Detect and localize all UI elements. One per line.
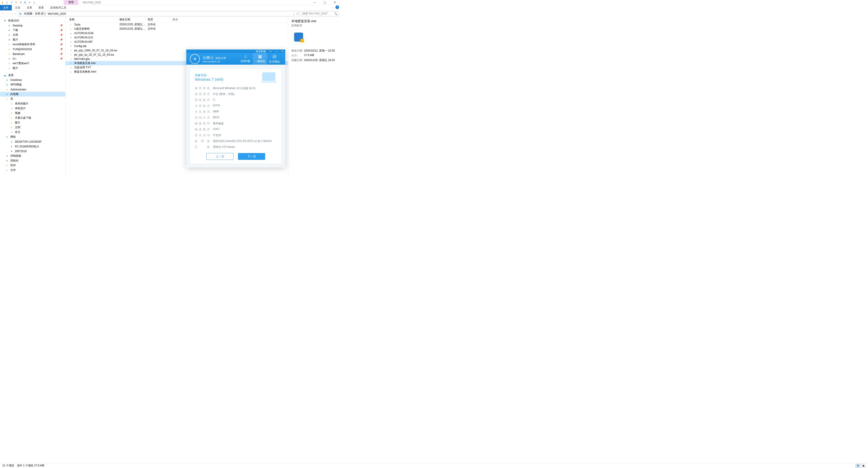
refresh-icon[interactable]: ↻ bbox=[297, 12, 299, 15]
nav-item[interactable]: ▸excel表格制作求和📌 bbox=[0, 42, 65, 47]
breadcrumb-seg[interactable]: Win7x64_2020 bbox=[48, 12, 66, 15]
nav-item[interactable]: ▸文档📌 bbox=[0, 33, 65, 37]
file-type: 文件夹 bbox=[146, 23, 170, 27]
col-header-name[interactable]: 名称 bbox=[66, 18, 118, 22]
file-row[interactable]: ▪Tools2020/12/25, 星期五 1...文件夹 bbox=[66, 22, 288, 27]
nav-item[interactable]: ▸库 bbox=[0, 97, 65, 101]
next-button[interactable]: 下一步 bbox=[238, 153, 265, 160]
nav-item[interactable]: ▸图片 bbox=[0, 120, 65, 125]
nav-item-label: excel表格制作求和 bbox=[13, 42, 35, 46]
nav-item[interactable]: ▸PC-20190530OBLA bbox=[0, 144, 65, 149]
info-label: 分区形式 bbox=[195, 110, 210, 114]
dialog-menu-icon[interactable]: ≡ bbox=[268, 50, 274, 53]
breadcrumb[interactable]: 🖥 › 此电脑 › 文档 (E:) › Win7x64_2020 ⌄ ↻ bbox=[18, 11, 300, 16]
nav-item[interactable]: ▸本机照片 bbox=[0, 106, 65, 111]
dialog-minimize-icon[interactable]: — bbox=[274, 50, 279, 53]
prepare-label: 准备安装: bbox=[195, 73, 223, 77]
nav-item[interactable]: ▸文档 bbox=[0, 125, 65, 130]
tab-label: 启动U盘 bbox=[241, 59, 251, 63]
ribbon-tab-apptools[interactable]: 应用程序工具 bbox=[47, 5, 70, 10]
nav-item[interactable]: ▸文件 bbox=[0, 168, 65, 173]
chevron-right-icon[interactable]: › bbox=[46, 13, 47, 15]
nav-item[interactable]: ▸WPS网盘 bbox=[0, 82, 65, 87]
chevron-right-icon[interactable]: › bbox=[23, 13, 23, 15]
folder2-icon[interactable]: ▮ bbox=[14, 1, 18, 4]
nav-quick-access[interactable]: ★ 快速访问 bbox=[0, 18, 65, 23]
file-icon: ▪ bbox=[69, 36, 73, 39]
nav-item[interactable]: ▸OneDrive bbox=[0, 77, 65, 82]
ribbon-collapse-icon[interactable]: ⌄ bbox=[332, 6, 334, 9]
file-row[interactable]: ▪Config.dat bbox=[66, 44, 288, 48]
nav-item[interactable]: ▸Desktop📌 bbox=[0, 23, 65, 28]
ribbon-tab-view[interactable]: 查看 bbox=[35, 5, 47, 10]
nav-item[interactable]: ▸天翼云盘下载 bbox=[0, 116, 65, 120]
dialog-tab[interactable]: ⌂启动U盘 bbox=[238, 53, 253, 65]
ribbon-tab-home[interactable]: 主页 bbox=[12, 5, 24, 10]
nav-item[interactable]: ▸网络 bbox=[0, 134, 65, 139]
brand-text: 云骑士 装机大师 www.yunqishi.net bbox=[203, 55, 226, 63]
file-row[interactable]: ▪AUTORUN.ICO bbox=[66, 35, 288, 39]
maximize-button[interactable]: ▢ bbox=[320, 1, 330, 4]
file-name: U盘安装教程 bbox=[74, 27, 90, 31]
nav-item[interactable]: ▸音乐 bbox=[0, 130, 65, 134]
col-header-type[interactable]: 类型 bbox=[146, 18, 170, 22]
search-icon[interactable]: 🔍 bbox=[334, 12, 338, 15]
nav-item-icon: ▸ bbox=[10, 126, 13, 129]
nav-item-icon: ▸ bbox=[5, 97, 9, 101]
nav-item[interactable]: ▸保存的图片 bbox=[0, 101, 65, 106]
dropdown-icon[interactable]: ▾ bbox=[28, 1, 31, 4]
nav-recent-icon[interactable]: ⌄ bbox=[11, 12, 13, 15]
address-dropdown-icon[interactable]: ⌄ bbox=[293, 12, 295, 15]
contextual-tab-manage[interactable]: 管理 bbox=[64, 0, 78, 5]
nav-item[interactable]: ▸回收站 bbox=[0, 158, 65, 163]
nav-up-icon[interactable]: ↑ bbox=[15, 12, 17, 15]
nav-item[interactable]: ▸G:\📌 bbox=[0, 56, 65, 61]
save-icon[interactable]: ◍ bbox=[24, 1, 27, 4]
nav-item[interactable]: ▸Administrator bbox=[0, 87, 65, 92]
file-row[interactable]: ▪AUTORUN.INF bbox=[66, 39, 288, 44]
nav-item[interactable]: ▸DESKTOP-LSSOEDP bbox=[0, 139, 65, 144]
breadcrumb-seg[interactable]: 文档 (E:) bbox=[35, 12, 45, 15]
nav-desktop[interactable]: ▬ 桌面 bbox=[0, 73, 65, 77]
info-label: 主板 bbox=[195, 145, 210, 149]
col-header-size[interactable]: 大小 bbox=[170, 18, 189, 22]
prev-button[interactable]: 上一步 bbox=[206, 153, 234, 160]
dialog-close-icon[interactable]: ✕ bbox=[279, 50, 285, 53]
nav-item[interactable]: ▸软件 bbox=[0, 163, 65, 168]
dialog-tab[interactable]: ▦一键装机 bbox=[253, 53, 267, 65]
info-label: 系统盘符 bbox=[195, 98, 210, 102]
nav-item[interactable]: ▸ZMT2019 bbox=[0, 149, 65, 154]
file-name: Config.dat bbox=[74, 44, 87, 48]
nav-item[interactable]: ▸YUNQISHI2019📌 bbox=[0, 47, 65, 52]
nav-item[interactable]: ▸Bandicam📌 bbox=[0, 52, 65, 56]
nav-back-icon[interactable]: ← bbox=[1, 12, 4, 15]
ribbon-file-tab[interactable]: 文件 bbox=[0, 5, 12, 10]
info-value: 中文 (简体，中国) bbox=[210, 92, 277, 96]
file-row[interactable]: ▪U盘安装教程2020/12/25, 星期五 1...文件夹 bbox=[66, 27, 288, 31]
nav-item[interactable]: ▸此电脑 bbox=[0, 92, 65, 97]
col-header-date[interactable]: 修改日期 bbox=[118, 18, 146, 22]
nav-item[interactable]: ▸图片📌 bbox=[0, 37, 65, 42]
info-value: 基本磁盘 bbox=[210, 122, 277, 125]
ribbon-tab-share[interactable]: 共享 bbox=[24, 5, 35, 10]
breadcrumb-seg[interactable]: 此电脑 bbox=[24, 12, 32, 15]
help-icon[interactable]: ? bbox=[336, 5, 339, 9]
contact-support-button[interactable]: 联系客服 bbox=[254, 50, 268, 53]
close-button[interactable]: ✕ bbox=[330, 1, 340, 4]
nav-item-icon: ▸ bbox=[5, 92, 9, 96]
nav-item[interactable]: ▸图片 bbox=[0, 66, 65, 70]
check-icon[interactable]: ✔ bbox=[10, 1, 13, 4]
search-input[interactable]: 搜索"Win7x64_2020" 🔍 bbox=[301, 11, 339, 16]
chevron-right-icon[interactable]: › bbox=[33, 13, 34, 15]
dialog-tab[interactable]: ⓔ官方网址 bbox=[267, 53, 282, 65]
file-row[interactable]: ▪AUTORUN.EXE bbox=[66, 31, 288, 35]
nav-item[interactable]: ▸控制面板 bbox=[0, 154, 65, 158]
x-icon[interactable]: ✕ bbox=[19, 1, 22, 4]
nav-item[interactable]: ▸下载📌 bbox=[0, 28, 65, 33]
nav-forward-icon[interactable]: → bbox=[6, 12, 9, 15]
minimize-button[interactable]: — bbox=[309, 1, 320, 4]
folder-icon[interactable]: ▮ bbox=[1, 1, 4, 4]
nav-item[interactable]: ▸win7重装win7 bbox=[0, 61, 65, 66]
prepare-target: Windows 7 (x64) bbox=[195, 77, 223, 82]
nav-item[interactable]: ▸视频 bbox=[0, 111, 65, 116]
